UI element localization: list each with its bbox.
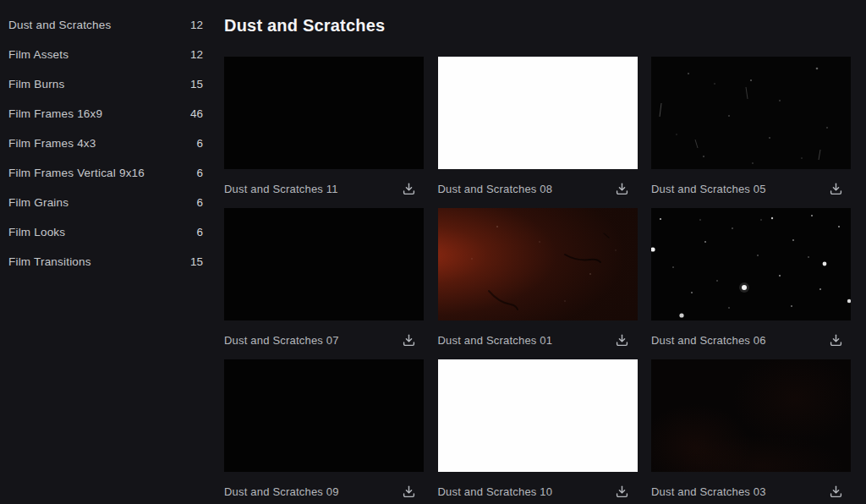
asset-label: Dust and Scratches 07 — [224, 334, 339, 347]
download-icon — [616, 183, 628, 195]
dust-specks-overlay — [651, 57, 851, 169]
sidebar-item-film-burns[interactable]: Film Burns 15 — [8, 69, 203, 99]
asset-thumbnail[interactable] — [651, 57, 851, 169]
sidebar-item-label: Film Grains — [8, 196, 69, 209]
sidebar-item-film-frames-16x9[interactable]: Film Frames 16x9 46 — [8, 99, 203, 129]
sidebar-item-count: 12 — [190, 48, 203, 61]
download-button[interactable] — [398, 178, 419, 199]
asset-label: Dust and Scratches 05 — [651, 183, 766, 195]
asset-label: Dust and Scratches 03 — [651, 485, 766, 498]
asset-grid-panel: Dust and Scratches Dust and Scratches 11 — [224, 0, 866, 504]
asset-card: Dust and Scratches 10 — [438, 359, 638, 504]
download-icon — [616, 334, 628, 347]
asset-library-window: Dust and Scratches 12 Film Assets 12 Fil… — [0, 0, 866, 504]
asset-thumbnail[interactable] — [651, 208, 851, 320]
download-button[interactable] — [612, 330, 633, 350]
sidebar-item-film-frames-4x3[interactable]: Film Frames 4x3 6 — [8, 129, 203, 158]
asset-label: Dust and Scratches 11 — [224, 183, 338, 195]
sidebar-item-label: Film Burns — [8, 78, 65, 90]
asset-card: Dust and Scratches 09 — [224, 359, 424, 504]
asset-card: Dust and Scratches 05 — [651, 57, 851, 208]
asset-label: Dust and Scratches 01 — [438, 334, 553, 347]
download-icon — [403, 183, 415, 195]
asset-thumbnail[interactable] — [224, 208, 424, 320]
download-icon — [830, 485, 842, 498]
film-scratches-overlay — [438, 208, 638, 320]
category-sidebar: Dust and Scratches 12 Film Assets 12 Fil… — [0, 0, 211, 504]
sidebar-item-label: Film Looks — [8, 226, 65, 238]
download-icon — [830, 334, 842, 347]
download-button[interactable] — [612, 178, 633, 199]
download-button[interactable] — [612, 481, 633, 501]
download-icon — [830, 183, 842, 195]
asset-card: Dust and Scratches 01 — [438, 208, 638, 359]
asset-label: Dust and Scratches 10 — [438, 485, 553, 498]
download-button[interactable] — [398, 481, 419, 501]
asset-card: Dust and Scratches 11 — [224, 57, 424, 208]
download-icon — [403, 485, 415, 498]
download-button[interactable] — [398, 330, 419, 350]
download-button[interactable] — [825, 178, 846, 199]
download-button[interactable] — [825, 481, 846, 501]
sidebar-item-label: Film Transitions — [8, 255, 91, 268]
sidebar-item-count: 6 — [196, 167, 203, 179]
sidebar-item-count: 6 — [196, 196, 203, 209]
sidebar-item-count: 6 — [196, 137, 203, 150]
asset-thumbnail[interactable] — [438, 208, 638, 320]
download-icon — [616, 485, 628, 498]
asset-label: Dust and Scratches 06 — [651, 334, 766, 347]
asset-thumbnail[interactable] — [438, 359, 638, 472]
page-title: Dust and Scratches — [224, 16, 385, 36]
asset-thumbnail[interactable] — [651, 359, 851, 472]
dust-particles-overlay — [651, 208, 851, 320]
asset-card: Dust and Scratches 07 — [224, 208, 424, 359]
asset-label: Dust and Scratches 09 — [224, 485, 339, 498]
sidebar-item-count: 6 — [196, 226, 203, 238]
sidebar-item-film-looks[interactable]: Film Looks 6 — [8, 217, 203, 247]
asset-thumbnail[interactable] — [438, 57, 638, 169]
asset-label: Dust and Scratches 08 — [438, 183, 553, 195]
sidebar-item-dust-and-scratches[interactable]: Dust and Scratches 12 — [8, 10, 203, 40]
asset-thumbnail[interactable] — [224, 359, 424, 472]
sidebar-item-label: Film Frames 16x9 — [8, 107, 102, 120]
sidebar-item-film-frames-vertical-9x16[interactable]: Film Frames Vertical 9x16 6 — [8, 158, 203, 188]
asset-card: Dust and Scratches 08 — [438, 57, 638, 208]
sidebar-item-film-assets[interactable]: Film Assets 12 — [8, 40, 203, 69]
asset-thumbnail[interactable] — [224, 57, 424, 169]
asset-grid: Dust and Scratches 11 Dust and Scratches… — [224, 57, 851, 504]
sidebar-item-label: Film Frames 4x3 — [8, 137, 96, 150]
sidebar-item-count: 46 — [190, 107, 203, 120]
sidebar-item-count: 12 — [190, 19, 203, 31]
asset-card: Dust and Scratches 03 — [651, 359, 851, 504]
sidebar-item-count: 15 — [190, 255, 203, 268]
sidebar-item-film-grains[interactable]: Film Grains 6 — [8, 188, 203, 217]
download-icon — [403, 334, 415, 347]
sidebar-item-film-transitions[interactable]: Film Transitions 15 — [8, 247, 203, 277]
sidebar-item-count: 15 — [190, 78, 203, 90]
sidebar-item-label: Film Frames Vertical 9x16 — [8, 167, 145, 179]
download-button[interactable] — [825, 330, 846, 350]
asset-card: Dust and Scratches 06 — [651, 208, 851, 359]
sidebar-item-label: Dust and Scratches — [8, 19, 111, 31]
sidebar-item-label: Film Assets — [8, 48, 69, 61]
